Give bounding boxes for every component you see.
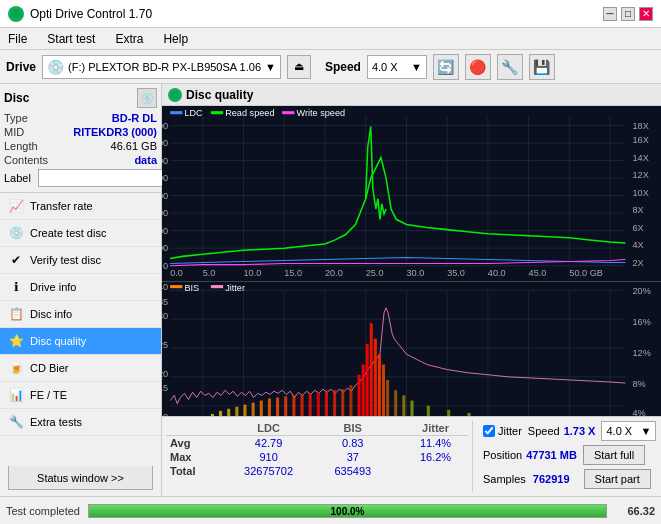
nav-label-create-test-disc: Create test disc — [30, 227, 106, 239]
sidebar-item-transfer-rate[interactable]: 📈 Transfer rate — [0, 193, 161, 220]
svg-text:14X: 14X — [632, 153, 648, 163]
svg-text:40: 40 — [162, 282, 168, 292]
title-bar-left: Opti Drive Control 1.70 — [8, 6, 152, 22]
svg-rect-124 — [447, 410, 450, 416]
start-full-button[interactable]: Start full — [583, 445, 645, 465]
svg-rect-133 — [170, 285, 182, 288]
sidebar-item-fe-te[interactable]: 📊 FE / TE — [0, 382, 161, 409]
svg-text:10.0: 10.0 — [243, 268, 261, 278]
svg-text:12X: 12X — [632, 170, 648, 180]
col-header-jitter: Jitter — [403, 421, 468, 436]
svg-text:BIS: BIS — [184, 283, 199, 293]
sidebar-item-create-test-disc[interactable]: 💿 Create test disc — [0, 220, 161, 247]
jitter-check[interactable]: Jitter — [483, 425, 522, 437]
jitter-checkbox[interactable] — [483, 425, 495, 437]
cd-bier-icon: 🍺 — [8, 360, 24, 376]
close-button[interactable]: ✕ — [639, 7, 653, 21]
svg-text:600: 600 — [162, 156, 168, 166]
samples-label: Samples — [483, 473, 526, 485]
svg-rect-111 — [349, 385, 352, 416]
save-button[interactable]: 💾 — [529, 54, 555, 80]
bottom-chart: 5 10 15 20 25 30 35 40 20% 16% 12% 8% 4% — [162, 282, 661, 416]
drive-selector[interactable]: 💿 (F:) PLEXTOR BD-R PX-LB950SA 1.06 ▼ — [42, 55, 281, 79]
svg-rect-2 — [162, 106, 661, 281]
settings-button[interactable]: 🔧 — [497, 54, 523, 80]
status-window-button[interactable]: Status window >> — [8, 466, 153, 490]
svg-text:2X: 2X — [632, 258, 643, 268]
disc-panel-header: Disc 💿 — [4, 88, 157, 108]
svg-rect-95 — [219, 411, 222, 416]
drive-dropdown-icon: ▼ — [265, 61, 276, 73]
sidebar-item-verify-test-disc[interactable]: ✔ Verify test disc — [0, 247, 161, 274]
charts-container: 0 100 200 300 400 500 600 700 800 18X 16… — [162, 106, 661, 416]
start-part-button[interactable]: Start part — [584, 469, 651, 489]
minimize-button[interactable]: ─ — [603, 7, 617, 21]
sidebar-item-cd-bier[interactable]: 🍺 CD Bier — [0, 355, 161, 382]
position-label: Position — [483, 449, 522, 461]
svg-text:Jitter: Jitter — [225, 283, 245, 293]
svg-text:15: 15 — [162, 383, 168, 393]
maximize-button[interactable]: □ — [621, 7, 635, 21]
speed-label: Speed — [325, 60, 361, 74]
svg-text:35.0: 35.0 — [447, 268, 465, 278]
samples-value: 762919 — [533, 473, 570, 485]
disc-label-input[interactable] — [38, 169, 171, 187]
svg-text:40.0: 40.0 — [488, 268, 506, 278]
disc-icon[interactable]: 💿 — [137, 88, 157, 108]
drive-info-icon: ℹ — [8, 279, 24, 295]
speed-selector-small[interactable]: 4.0 X ▼ — [601, 421, 656, 441]
svg-point-1 — [171, 91, 179, 99]
status-message: Test completed — [6, 505, 80, 517]
svg-rect-99 — [252, 403, 255, 416]
svg-text:LDC: LDC — [184, 108, 203, 118]
sidebar-item-extra-tests[interactable]: 🔧 Extra tests — [0, 409, 161, 436]
samples-row: Samples 762919 Start part — [483, 469, 657, 489]
menu-file[interactable]: File — [4, 30, 31, 48]
disc-contents-value: data — [134, 154, 157, 166]
disc-contents-label: Contents — [4, 154, 48, 166]
jitter-row: Jitter Speed 1.73 X 4.0 X ▼ — [483, 421, 657, 441]
avg-spacer — [390, 436, 403, 451]
menu-extra[interactable]: Extra — [111, 30, 147, 48]
svg-rect-56 — [282, 111, 294, 114]
svg-text:20%: 20% — [632, 286, 650, 296]
svg-text:8%: 8% — [632, 379, 645, 389]
main-layout: Disc 💿 Type BD-R DL MID RITEKDR3 (000) L… — [0, 84, 661, 496]
svg-rect-121 — [402, 396, 405, 416]
fe-te-icon: 📊 — [8, 387, 24, 403]
disc-mid-row: MID RITEKDR3 (000) — [4, 126, 157, 138]
title-bar-controls[interactable]: ─ □ ✕ — [603, 7, 653, 21]
disc-mid-label: MID — [4, 126, 24, 138]
col-header-bis: BIS — [316, 421, 390, 436]
col-header-spacer — [390, 421, 403, 436]
sidebar-item-disc-quality[interactable]: ⭐ Disc quality — [0, 328, 161, 355]
total-jitter — [403, 464, 468, 478]
extra-tests-icon: 🔧 — [8, 414, 24, 430]
svg-rect-125 — [468, 413, 471, 416]
svg-rect-109 — [333, 390, 336, 416]
nav-label-fe-te: FE / TE — [30, 389, 67, 401]
burn-button[interactable]: 🔴 — [465, 54, 491, 80]
col-header-ldc: LDC — [221, 421, 315, 436]
nav-label-transfer-rate: Transfer rate — [30, 200, 93, 212]
svg-rect-113 — [362, 365, 365, 416]
sidebar-item-drive-info[interactable]: ℹ Drive info — [0, 274, 161, 301]
nav-label-cd-bier: CD Bier — [30, 362, 69, 374]
svg-text:30: 30 — [162, 311, 168, 321]
eject-button[interactable]: ⏏ — [287, 55, 311, 79]
nav-label-drive-info: Drive info — [30, 281, 76, 293]
avg-label: Avg — [166, 436, 221, 451]
nav-label-verify-test-disc: Verify test disc — [30, 254, 101, 266]
progress-bar: 100.0% — [88, 504, 607, 518]
speed-selector[interactable]: 4.0 X ▼ — [367, 55, 427, 79]
content-area: Disc quality — [162, 84, 661, 496]
menu-start-test[interactable]: Start test — [43, 30, 99, 48]
refresh-button[interactable]: 🔄 — [433, 54, 459, 80]
disc-length-row: Length 46.61 GB — [4, 140, 157, 152]
disc-type-label: Type — [4, 112, 28, 124]
svg-rect-103 — [284, 397, 287, 416]
speed-select-value: 4.0 X — [606, 425, 632, 437]
menu-help[interactable]: Help — [159, 30, 192, 48]
svg-rect-94 — [211, 414, 214, 416]
sidebar-item-disc-info[interactable]: 📋 Disc info — [0, 301, 161, 328]
